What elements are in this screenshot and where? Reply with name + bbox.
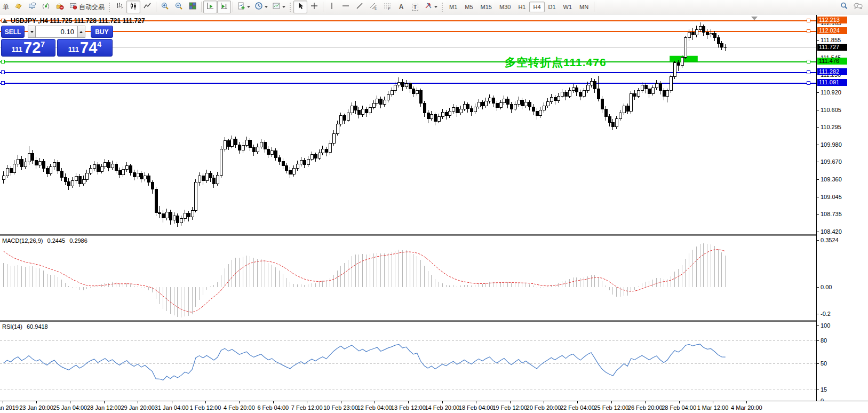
time-axis-label: 25 Feb 12:00 (594, 404, 628, 411)
volume-decrease-button[interactable] (28, 26, 36, 38)
channel-icon: E (369, 2, 378, 12)
timeframe-group: M1M5M15M30H1H4D1W1MN (445, 2, 592, 12)
buy-button[interactable]: BUY (91, 26, 113, 38)
axis-tick-label: 50 (817, 360, 827, 367)
auto-scroll-button[interactable] (203, 1, 217, 13)
trendline-tool-button[interactable] (353, 1, 367, 13)
line-chart-icon (143, 2, 152, 12)
timeframe-MN-button[interactable]: MN (576, 2, 592, 12)
horizontal-line-tool-button[interactable] (339, 1, 353, 13)
axis-tick-label: 111.855 (817, 37, 841, 43)
chart-window: 112.165111.855111.545111.236110.920110.6… (0, 15, 868, 413)
timeframe-M1-button[interactable]: M1 (445, 2, 461, 12)
volume-increase-button[interactable] (77, 26, 85, 38)
time-axis-label: 12 Feb 04:00 (357, 404, 392, 411)
arrows-icon (424, 2, 433, 12)
time-tick (611, 401, 612, 403)
time-axis-label: 22 Jan 2019 (0, 404, 19, 411)
time-axis-label: 6 Feb 04:00 (257, 404, 289, 411)
time-axis-label: 1 Mar 12:00 (697, 404, 729, 411)
auto-scroll-icon (206, 2, 214, 12)
timeframe-M5-button[interactable]: M5 (461, 2, 476, 12)
macd-value-main: 0.2445 (47, 237, 65, 244)
timeframe-W1-button[interactable]: W1 (560, 2, 576, 12)
rsi-name: RSI(14) (2, 323, 22, 330)
toolbar-separator (323, 2, 323, 12)
chart-shift-button[interactable] (217, 1, 231, 13)
time-tick (713, 401, 713, 403)
toolbar-separator (201, 2, 202, 12)
axis-tick-label: -0.2 (817, 311, 831, 317)
candlestick-chart-button[interactable] (126, 1, 140, 13)
indicators-button[interactable] (235, 1, 252, 13)
chat-icon (853, 2, 863, 12)
tile-windows-button[interactable] (186, 1, 200, 13)
timeframe-M30-button[interactable]: M30 (496, 2, 514, 12)
time-axis-label: 18 Feb 04:00 (459, 404, 493, 411)
level-price-badge: 111.282 (817, 68, 847, 75)
time-tick (138, 401, 138, 403)
one-click-trading-panel: SELL BUY 111 72 7 111 74 4 (1, 26, 113, 57)
caret-down-icon (30, 31, 34, 33)
level-price-badge: 112.024 (817, 27, 847, 34)
templates-button[interactable] (270, 1, 288, 13)
timeframe-H1-button[interactable]: H1 (514, 2, 529, 12)
symbol-marker-icon (2, 19, 7, 23)
current-price-badge: 111.727 (817, 44, 847, 51)
search-button[interactable] (837, 1, 851, 13)
axis-tick-label: 0.00 (817, 284, 832, 290)
time-axis[interactable]: 22 Jan 201923 Jan 20:0025 Jan 04:0028 Ja… (0, 401, 868, 413)
macd-value-signal: 0.2986 (69, 237, 87, 244)
sell-button[interactable]: SELL (1, 26, 25, 38)
time-tick (408, 401, 409, 403)
axis-tick-label: 109.360 (817, 176, 842, 182)
autotrading-button[interactable]: 自动交易 (67, 1, 107, 13)
candlestick-chart-icon (129, 2, 138, 12)
toolbox-icon (14, 2, 22, 12)
buy-price-display[interactable]: 111 74 4 (57, 39, 113, 57)
sell-price-big: 72 (23, 41, 41, 55)
vps-button[interactable] (25, 1, 39, 13)
caret-up-icon (79, 31, 83, 33)
crosshair-button[interactable] (307, 1, 321, 13)
timeframe-H4-button[interactable]: H4 (529, 2, 544, 12)
trendline-icon (355, 2, 364, 12)
price-chart-canvas[interactable] (0, 15, 816, 401)
new-order-button[interactable]: 单 (1, 1, 11, 13)
time-tick (205, 401, 206, 403)
cursor-arrow-icon (296, 2, 305, 12)
market-button[interactable] (53, 1, 67, 13)
sell-price-display[interactable]: 111 72 7 (1, 39, 55, 57)
line-chart-button[interactable] (140, 1, 154, 13)
text-label-tool-button[interactable]: T (408, 1, 422, 13)
chart-annotation-text: 多空转折点111.476 (505, 55, 607, 70)
toolbox-button[interactable] (11, 1, 25, 13)
vertical-line-tool-button[interactable] (325, 1, 339, 13)
text-tool-button[interactable]: A (394, 1, 408, 13)
zoom-in-button[interactable] (158, 1, 172, 13)
cursor-button[interactable] (293, 1, 307, 13)
dropdown-caret-icon (247, 6, 250, 8)
axis-tick-label: 15 (817, 386, 827, 393)
equidistant-channel-tool-button[interactable]: E (367, 1, 380, 13)
axis-tick-label: 108.735 (817, 211, 842, 217)
template-icon (272, 2, 281, 12)
price-axis[interactable]: 112.165111.855111.545111.236110.920110.6… (816, 15, 868, 401)
timeframe-M15-button[interactable]: M15 (477, 2, 496, 12)
chat-button[interactable] (851, 1, 865, 13)
crosshair-icon (310, 2, 318, 12)
toolbar-right (837, 1, 868, 13)
chart-title: USDJPY-,H4 111.725 111.728 111.721 111.7… (2, 17, 145, 25)
buy-price-sup: 4 (97, 40, 101, 49)
fibonacci-tool-button[interactable]: F (380, 1, 394, 13)
zoom-out-button[interactable] (172, 1, 186, 13)
arrows-tool-button[interactable] (422, 1, 440, 13)
bar-chart-button[interactable] (113, 1, 126, 13)
time-tick (510, 401, 511, 403)
signals-button[interactable] (39, 1, 53, 13)
toolbar-grip (108, 2, 111, 12)
timeframe-D1-button[interactable]: D1 (545, 2, 560, 12)
signal-icon (42, 2, 50, 12)
periods-button[interactable] (252, 1, 270, 13)
volume-input[interactable] (36, 26, 77, 38)
